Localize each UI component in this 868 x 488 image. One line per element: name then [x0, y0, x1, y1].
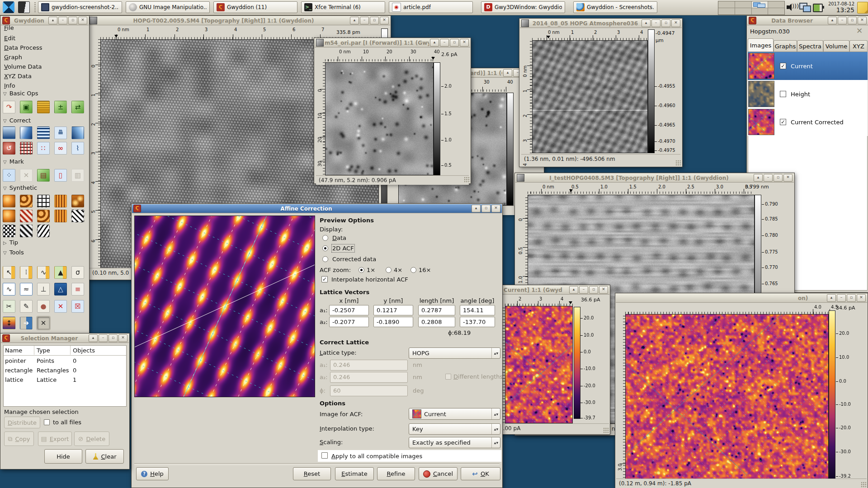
- section-synthetic[interactable]: ▽Synthetic: [3, 184, 37, 191]
- level3-icon[interactable]: ⊥: [37, 283, 50, 296]
- reset-button[interactable]: Reset: [293, 467, 331, 480]
- to-all-files-checkbox[interactable]: [44, 419, 50, 425]
- sm-row-pointer-col0[interactable]: pointer: [5, 357, 26, 364]
- selection-manager-shade-button[interactable]: ▴: [89, 334, 98, 342]
- help-button[interactable]: ?Help: [136, 467, 169, 480]
- fix-zero-icon[interactable]: ↷: [3, 101, 15, 113]
- taskbar-pdf[interactable]: ◉article.pdf: [389, 1, 473, 13]
- window-testhopg-minimize-button[interactable]: –: [764, 174, 773, 182]
- ok-button[interactable]: ↩OK: [461, 467, 500, 480]
- pager-cell[interactable]: [752, 8, 768, 14]
- sm-column-name[interactable]: Name: [5, 347, 22, 354]
- battery-icon[interactable]: [813, 4, 823, 12]
- taskbar-gwyddion[interactable]: ϚGwyddion (11): [213, 1, 297, 13]
- window-hopg-t002-shade-button[interactable]: ▴: [350, 17, 359, 24]
- vector-a2-1[interactable]: -0.1890: [373, 317, 413, 327]
- pager-cell[interactable]: [752, 1, 768, 8]
- rescale-icon[interactable]: [37, 101, 50, 113]
- vector-a2-0[interactable]: -0.2077: [329, 317, 369, 327]
- facet-measure-icon[interactable]: △: [54, 283, 67, 296]
- window-testhopg-shade-button[interactable]: ▴: [754, 174, 763, 182]
- line-stats-icon[interactable]: ≡: [71, 283, 84, 296]
- remove-spots-icon[interactable]: ∞: [54, 142, 67, 155]
- noise-icon[interactable]: [54, 195, 67, 207]
- window-current-corrected-minimize-button[interactable]: –: [837, 294, 846, 302]
- window-current-corrected-maximize-button[interactable]: ▫: [847, 294, 856, 302]
- statistics-icon[interactable]: σ: [71, 266, 84, 279]
- taskbar-screenshot[interactable]: gwyddion-screenshot-2...: [38, 1, 122, 13]
- mark-grains-icon[interactable]: ⁘: [3, 169, 15, 182]
- image-for-acf-select[interactable]: Current▲▼: [409, 408, 500, 420]
- clock[interactable]: 2017-08-1213:25: [823, 1, 854, 14]
- flip-icon[interactable]: ⇄: [71, 101, 84, 113]
- corrected-image[interactable]: [625, 314, 829, 479]
- tab-xyz[interactable]: XYZ: [849, 40, 868, 52]
- section-tip[interactable]: ▷Tip: [3, 239, 18, 246]
- domains-icon[interactable]: [37, 210, 50, 222]
- clear-button[interactable]: Clear: [85, 449, 124, 464]
- window-current-close-button[interactable]: ✕: [599, 286, 608, 294]
- db-item-current-corrected[interactable]: ✓Current Corrected: [748, 108, 868, 136]
- align-rows-icon[interactable]: [37, 127, 50, 139]
- phases-icon[interactable]: [20, 210, 33, 222]
- window-current-maximize-button[interactable]: ▫: [589, 286, 598, 294]
- taskbar-browser[interactable]: Gwyddion - Screenshots...: [573, 1, 657, 13]
- read-value-icon[interactable]: ↖: [3, 266, 15, 279]
- menu-data-process[interactable]: Data Process: [4, 43, 42, 52]
- vector-a1-0[interactable]: -0.2507: [329, 305, 369, 315]
- volume-icon[interactable]: ))): [787, 2, 797, 12]
- sm-column-objects[interactable]: Objects: [73, 347, 95, 354]
- data-browser-close-button[interactable]: ✕: [858, 17, 867, 24]
- gwyddion-toolbox-maximize-button[interactable]: ▫: [68, 17, 77, 24]
- tab-spectra[interactable]: Spectra: [797, 40, 823, 52]
- vector-a1-3[interactable]: 154.11: [460, 305, 495, 315]
- selection-manager-maximize-button[interactable]: ▫: [108, 334, 118, 342]
- checkerboard-icon[interactable]: [3, 225, 15, 237]
- profile-icon[interactable]: ∿: [37, 266, 50, 279]
- menu-file[interactable]: File: [4, 23, 14, 33]
- distance-icon[interactable]: ⁝: [20, 266, 33, 279]
- spectral-icon[interactable]: [3, 195, 15, 207]
- menu-info[interactable]: Info: [4, 81, 15, 90]
- fft-filter-icon[interactable]: ∷: [37, 142, 50, 155]
- tab-graphs[interactable]: Graphs: [774, 40, 797, 52]
- taskbar-terminal[interactable]: >_Xfce Terminal (6): [301, 1, 385, 13]
- help-book-icon[interactable]: [18, 1, 30, 13]
- arithmetic-icon[interactable]: ±: [54, 101, 67, 113]
- db-item-checkbox[interactable]: ✓: [780, 63, 786, 69]
- pager-cell[interactable]: [718, 1, 735, 8]
- pager-cell[interactable]: [768, 8, 784, 14]
- objects-icon[interactable]: [20, 195, 33, 207]
- acf-preview-image[interactable]: [134, 216, 315, 397]
- interpolation-type-select[interactable]: Key▲▼: [409, 423, 500, 435]
- level-icon[interactable]: [3, 127, 15, 139]
- window-m54-forward-shade-button[interactable]: ▴: [430, 39, 439, 47]
- gwyddion-toolbox-close-button[interactable]: ✕: [78, 17, 87, 24]
- window-current-minimize-button[interactable]: –: [579, 286, 588, 294]
- color-range-icon[interactable]: ↕: [3, 317, 15, 329]
- section-correct[interactable]: ▽Correct: [3, 117, 31, 124]
- window-testhopg-maximize-button[interactable]: ▫: [774, 174, 783, 182]
- window-m54-backward-shade-button[interactable]: ▴: [503, 69, 512, 77]
- menu-edit[interactable]: Edit: [4, 34, 15, 43]
- hopg2014-image[interactable]: [532, 40, 648, 153]
- mark-rectangle-icon[interactable]: ▯: [54, 169, 67, 182]
- sm-row-lattice-col0[interactable]: lattice: [5, 376, 24, 383]
- crop-icon[interactable]: ▣: [20, 101, 33, 113]
- menu-volume-data[interactable]: Volume Data: [4, 62, 42, 71]
- interpolate-checkbox[interactable]: ✓: [321, 276, 328, 282]
- workspace-pager[interactable]: [718, 1, 785, 15]
- pattern-icon[interactable]: [3, 210, 15, 222]
- db-item-checkbox[interactable]: [780, 91, 786, 97]
- acf-zoom-radio-4x[interactable]: [386, 267, 392, 273]
- menu-xyz-data[interactable]: XYZ Data: [4, 72, 32, 81]
- current-image[interactable]: [505, 306, 573, 423]
- waves-icon[interactable]: [54, 210, 67, 222]
- window-testhopg-close-button[interactable]: ✕: [783, 174, 793, 182]
- vector-a2-2[interactable]: 0.2808: [418, 317, 455, 327]
- section-basic-ops[interactable]: ▽Basic Ops: [3, 90, 38, 97]
- refine-button[interactable]: Refine: [377, 467, 415, 480]
- sm-row-rectangle-col0[interactable]: rectangle: [5, 367, 33, 374]
- correlation-icon[interactable]: ≈: [20, 283, 33, 296]
- vector-a1-2[interactable]: 0.2787: [418, 305, 455, 315]
